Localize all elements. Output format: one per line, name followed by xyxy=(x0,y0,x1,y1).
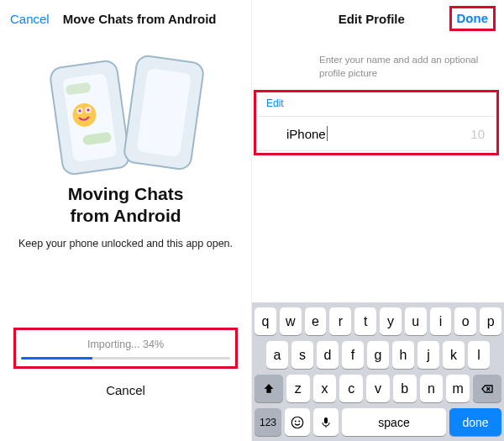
key-l[interactable]: l xyxy=(468,341,490,369)
keyboard-row-1: qwertyuiop xyxy=(255,307,501,335)
key-p[interactable]: p xyxy=(480,307,501,335)
edit-label[interactable]: Edit xyxy=(258,97,495,109)
key-t[interactable]: t xyxy=(354,307,376,335)
left-header-title: Move Chats from Android xyxy=(63,12,217,26)
name-char-count: 10 xyxy=(470,127,485,141)
key-k[interactable]: k xyxy=(443,341,465,369)
phones-illustration xyxy=(38,49,214,175)
shift-key[interactable] xyxy=(255,375,283,402)
key-b[interactable]: b xyxy=(393,375,417,402)
keyboard-row-2: asdfghjkl xyxy=(255,341,501,369)
moving-chats-subtitle: Keep your phone unlocked and this app op… xyxy=(0,238,251,249)
keyboard-done-key[interactable]: done xyxy=(449,408,501,436)
keyboard-row-4: 123 space done xyxy=(255,408,501,436)
key-f[interactable]: f xyxy=(342,341,364,369)
name-value: iPhone xyxy=(286,127,326,141)
name-field-highlight: Edit iPhone 10 xyxy=(254,90,499,155)
key-i[interactable]: i xyxy=(430,307,452,335)
svg-point-9 xyxy=(87,108,90,112)
moving-chats-title: Moving Chats from Android xyxy=(0,183,251,228)
key-a[interactable]: a xyxy=(266,341,288,369)
title-line-2: from Android xyxy=(0,205,251,227)
edit-profile-screen: Edit Profile Done Enter your name and ad… xyxy=(252,0,504,441)
name-input[interactable]: iPhone 10 xyxy=(258,116,495,151)
svg-point-11 xyxy=(291,417,303,428)
svg-rect-14 xyxy=(324,417,328,423)
key-e[interactable]: e xyxy=(305,307,327,335)
profile-hint: Enter your name and add an optional prof… xyxy=(252,37,504,87)
move-chats-screen: Cancel Move Chats from Android Moving Ch xyxy=(0,0,252,441)
progress-bar xyxy=(21,357,230,360)
key-u[interactable]: u xyxy=(405,307,427,335)
key-r[interactable]: r xyxy=(329,307,351,335)
progress-highlight: Importing... 34% xyxy=(13,328,238,369)
ios-keyboard: qwertyuiop asdfghjkl zxcvbnm 123 xyxy=(252,302,504,441)
title-line-1: Moving Chats xyxy=(0,183,251,205)
right-header: Edit Profile Done xyxy=(252,0,504,37)
dictation-key[interactable] xyxy=(313,408,339,436)
edit-profile-title: Edit Profile xyxy=(294,12,449,26)
svg-point-13 xyxy=(298,420,300,422)
key-c[interactable]: c xyxy=(339,375,363,402)
cancel-button-top[interactable]: Cancel xyxy=(10,12,50,26)
svg-point-8 xyxy=(78,109,81,113)
done-highlight: Done xyxy=(449,6,496,31)
emoji-key[interactable] xyxy=(285,408,310,436)
key-d[interactable]: d xyxy=(317,341,339,369)
progress-bar-fill xyxy=(21,357,92,360)
key-n[interactable]: n xyxy=(420,375,444,402)
key-j[interactable]: j xyxy=(417,341,439,369)
key-v[interactable]: v xyxy=(366,375,390,402)
key-h[interactable]: h xyxy=(392,341,414,369)
key-s[interactable]: s xyxy=(291,341,313,369)
key-q[interactable]: q xyxy=(255,307,276,335)
key-o[interactable]: o xyxy=(454,307,476,335)
key-w[interactable]: w xyxy=(280,307,302,335)
keyboard-row-3: zxcvbnm xyxy=(255,375,501,402)
done-button[interactable]: Done xyxy=(457,11,489,25)
space-key[interactable]: space xyxy=(342,408,446,436)
numbers-key[interactable]: 123 xyxy=(255,408,281,436)
key-y[interactable]: y xyxy=(380,307,402,335)
text-caret xyxy=(327,126,328,141)
backspace-key[interactable] xyxy=(473,375,501,402)
progress-label: Importing... 34% xyxy=(21,339,230,350)
key-m[interactable]: m xyxy=(446,375,470,402)
key-g[interactable]: g xyxy=(367,341,389,369)
left-header: Cancel Move Chats from Android xyxy=(0,0,251,37)
key-x[interactable]: x xyxy=(313,375,337,402)
svg-point-12 xyxy=(295,420,297,422)
key-z[interactable]: z xyxy=(286,375,310,402)
cancel-button-bottom[interactable]: Cancel xyxy=(0,383,251,397)
